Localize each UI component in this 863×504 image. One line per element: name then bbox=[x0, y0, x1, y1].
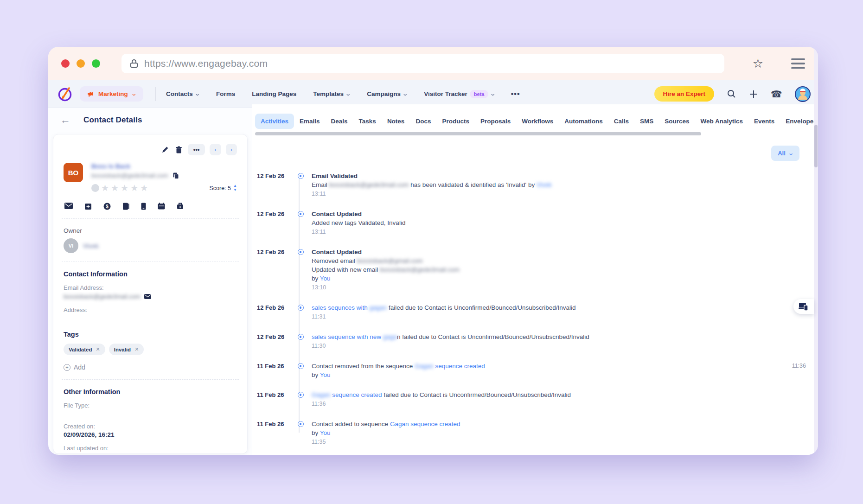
chevron-down-icon: ⌄ bbox=[345, 91, 351, 97]
contact-information-heading: Contact Information bbox=[64, 270, 237, 278]
previous-contact-button[interactable]: ‹ bbox=[210, 144, 221, 155]
entry-link[interactable]: sales sequnces with bbox=[312, 304, 370, 311]
devices-side-tab[interactable] bbox=[793, 299, 814, 314]
tab-notes[interactable]: Notes bbox=[382, 114, 410, 129]
tag-invalid[interactable]: Invalid✕ bbox=[109, 344, 144, 355]
tab-activities[interactable]: Activities bbox=[255, 114, 294, 129]
chevron-down-icon: ⌄ bbox=[194, 91, 200, 97]
next-contact-button[interactable]: › bbox=[226, 144, 237, 155]
entry-link[interactable]: Gagan sequence created bbox=[390, 421, 460, 427]
nav-item-forms[interactable]: Forms bbox=[216, 90, 235, 97]
entry-text: 11:31 bbox=[312, 313, 326, 320]
entry-link[interactable]: Gagan bbox=[415, 363, 434, 370]
tab-sources[interactable]: Sources bbox=[659, 114, 695, 129]
tab-products[interactable]: Products bbox=[436, 114, 475, 129]
copy-icon[interactable] bbox=[173, 172, 179, 179]
entry-link[interactable]: sequence created bbox=[331, 391, 382, 398]
tabs-scrollbar[interactable] bbox=[255, 132, 812, 135]
entry-link[interactable]: sequence created bbox=[434, 363, 485, 370]
tab-calls[interactable]: Calls bbox=[608, 114, 634, 129]
entry-link[interactable]: You bbox=[320, 371, 331, 378]
delete-contact-icon[interactable] bbox=[174, 145, 183, 154]
entry-text: n failed due to Contact is Unconfirmed/B… bbox=[397, 333, 589, 340]
tab-web-analytics[interactable]: Web Analytics bbox=[695, 114, 749, 129]
tab-sms[interactable]: SMS bbox=[634, 114, 659, 129]
entry-link[interactable]: gagan bbox=[370, 304, 387, 311]
journal-icon[interactable] bbox=[122, 203, 129, 210]
deal-icon[interactable]: $ bbox=[103, 203, 111, 210]
nav-item-visitor-tracker[interactable]: Visitor Trackerbeta⌄ bbox=[424, 90, 495, 98]
maximize-window-button[interactable] bbox=[92, 59, 100, 68]
remove-tag-icon[interactable]: ✕ bbox=[134, 346, 139, 352]
entry-text: Removed email bbox=[312, 257, 357, 264]
entry-link[interactable]: Gagan bbox=[312, 391, 331, 398]
minimize-window-button[interactable] bbox=[77, 59, 85, 68]
nav-item-contacts[interactable]: Contacts⌄ bbox=[166, 90, 199, 97]
nav-item-templates[interactable]: Templates⌄ bbox=[313, 90, 350, 97]
contact-avatar: BO bbox=[64, 163, 83, 182]
tab-envelopes[interactable]: Envelopes bbox=[780, 114, 818, 129]
tab-deals[interactable]: Deals bbox=[326, 114, 353, 129]
tab-emails[interactable]: Emails bbox=[294, 114, 326, 129]
entry-right-time bbox=[774, 210, 814, 236]
phone-icon[interactable]: ☎ bbox=[771, 89, 782, 99]
hire-an-expert-button[interactable]: Hire an Expert bbox=[654, 86, 715, 102]
tab-proposals[interactable]: Proposals bbox=[475, 114, 516, 129]
nav-item-landing-pages[interactable]: Landing Pages bbox=[252, 90, 296, 97]
entry-link[interactable]: sales sequence with new bbox=[312, 333, 383, 340]
tab-events[interactable]: Events bbox=[748, 114, 780, 129]
quick-actions: $ bbox=[64, 203, 237, 210]
product-switcher-marketing[interactable]: Marketing ⌄ bbox=[80, 86, 143, 102]
send-email-icon[interactable] bbox=[144, 294, 151, 299]
edit-contact-icon[interactable] bbox=[160, 145, 170, 154]
timeline-dot-icon bbox=[298, 334, 304, 340]
timeline-entry: 12 Feb 26sales sequence with new gagan f… bbox=[257, 332, 814, 351]
calendar-icon[interactable] bbox=[158, 203, 165, 210]
plus-icon[interactable] bbox=[749, 89, 758, 99]
entry-date: 11 Feb 26 bbox=[257, 390, 294, 408]
timeline-entry: 11 Feb 26Contact removed from the sequen… bbox=[257, 362, 814, 379]
search-icon[interactable] bbox=[727, 89, 736, 99]
entry-link[interactable]: You bbox=[320, 275, 331, 282]
tab-docs[interactable]: Docs bbox=[410, 114, 436, 129]
activity-filter-dropdown[interactable]: All ⌄ bbox=[771, 146, 799, 161]
vertical-scrollbar-track[interactable] bbox=[814, 47, 818, 455]
nav-more-button[interactable]: ••• bbox=[511, 90, 520, 98]
minus-circle-icon[interactable]: − bbox=[91, 184, 99, 192]
more-actions-button[interactable]: ••• bbox=[188, 144, 205, 155]
mobile-icon[interactable] bbox=[141, 203, 146, 210]
add-tag-button[interactable]: + Add bbox=[64, 364, 237, 371]
vertical-scrollbar-thumb[interactable] bbox=[814, 125, 818, 167]
entry-right-time bbox=[774, 248, 814, 292]
entry-text: 13:10 bbox=[312, 284, 326, 291]
address-bar[interactable]: https://www.engagebay.com bbox=[121, 54, 724, 73]
bookmark-star-icon[interactable]: ☆ bbox=[753, 57, 763, 70]
remove-tag-icon[interactable]: ✕ bbox=[96, 346, 100, 352]
product-label: Marketing bbox=[98, 90, 128, 97]
nav-divider bbox=[155, 87, 156, 101]
entry-link[interactable]: gaga bbox=[383, 333, 397, 340]
star-rating[interactable]: − ★★★★★ bbox=[91, 184, 148, 192]
entry-date: 11 Feb 26 bbox=[257, 362, 294, 379]
timeline-dot-icon bbox=[298, 211, 304, 217]
score-stepper[interactable]: ▲▼ bbox=[233, 184, 237, 192]
entry-date: 12 Feb 26 bbox=[257, 332, 294, 351]
divider bbox=[62, 218, 239, 219]
company-icon[interactable] bbox=[177, 203, 184, 210]
browser-menu-icon[interactable] bbox=[791, 58, 805, 69]
nav-item-campaigns[interactable]: Campaigns⌄ bbox=[367, 90, 407, 97]
user-avatar[interactable] bbox=[795, 86, 811, 102]
timeline-dot-icon bbox=[298, 392, 304, 398]
tag-validated[interactable]: Validated✕ bbox=[64, 344, 105, 355]
engagebay-logo-icon[interactable] bbox=[57, 86, 73, 102]
contact-tabs: ActivitiesEmailsDealsTasksNotesDocsProdu… bbox=[252, 104, 814, 129]
entry-link[interactable]: You bbox=[320, 429, 331, 436]
close-window-button[interactable] bbox=[61, 59, 70, 68]
tab-workflows[interactable]: Workflows bbox=[516, 114, 559, 129]
entry-link[interactable]: Vivek bbox=[537, 181, 552, 188]
add-note-icon[interactable] bbox=[84, 203, 92, 210]
tab-tasks[interactable]: Tasks bbox=[353, 114, 382, 129]
contact-email: bossisback@gede3mail.com bbox=[91, 172, 168, 179]
tab-automations[interactable]: Automations bbox=[559, 114, 608, 129]
email-icon[interactable] bbox=[64, 203, 73, 210]
